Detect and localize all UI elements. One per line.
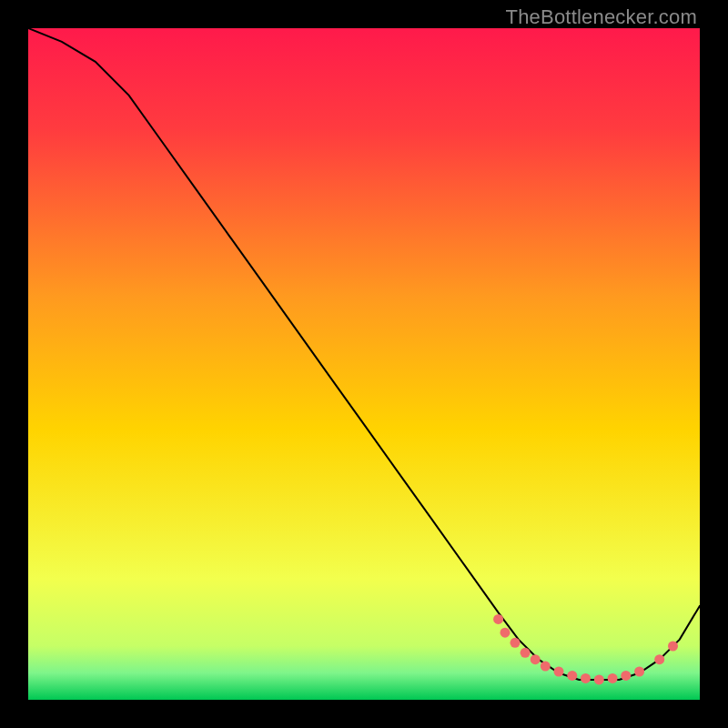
marker-dot xyxy=(654,654,664,664)
marker-dot xyxy=(608,673,618,683)
marker-dot xyxy=(621,671,631,681)
marker-dot xyxy=(511,638,521,648)
marker-dot xyxy=(581,673,591,683)
marker-dot xyxy=(594,674,604,684)
marker-dot xyxy=(521,648,531,658)
marker-dot xyxy=(634,667,644,677)
chart-frame: TheBottlenecker.com xyxy=(0,0,728,728)
watermark-text: TheBottlenecker.com xyxy=(506,5,697,29)
chart-svg xyxy=(28,28,700,700)
marker-dot xyxy=(500,628,511,638)
gradient-background xyxy=(28,28,700,700)
marker-dot xyxy=(554,667,564,677)
marker-dot xyxy=(493,614,503,624)
marker-dot xyxy=(531,654,541,664)
marker-dot xyxy=(668,642,678,652)
plot-area xyxy=(28,28,700,700)
marker-dot xyxy=(567,671,577,681)
marker-dot xyxy=(541,662,551,672)
